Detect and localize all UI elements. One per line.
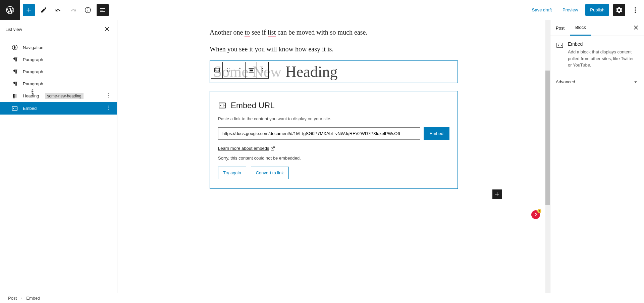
embed-icon bbox=[556, 41, 564, 69]
top-toolbar: Save draft Preview Publish bbox=[0, 0, 644, 20]
list-view-title: List view bbox=[5, 27, 22, 32]
list-view-toggle[interactable] bbox=[97, 4, 109, 16]
embed-url-input[interactable] bbox=[218, 127, 420, 140]
pencil-icon bbox=[40, 6, 47, 14]
embed-icon bbox=[218, 101, 227, 110]
list-item-heading[interactable]: Heading some-new-heading bbox=[0, 90, 117, 102]
heading-anchor-tag: some-new-heading bbox=[45, 93, 83, 99]
breadcrumb: Post › Embed bbox=[0, 293, 644, 303]
paragraph-icon bbox=[11, 68, 18, 75]
spellcheck-underline: to bbox=[245, 29, 250, 37]
block-info: Embed Add a block that displays content … bbox=[556, 41, 639, 69]
list-item-embed[interactable]: Embed bbox=[0, 102, 117, 115]
heading-text[interactable]: Some New Heading bbox=[213, 63, 454, 81]
heading-block[interactable]: Some New Heading bbox=[210, 60, 458, 83]
breadcrumb-separator: › bbox=[21, 296, 22, 301]
more-vertical-icon bbox=[106, 105, 112, 111]
svg-point-7 bbox=[108, 93, 109, 94]
list-item-label: Paragraph bbox=[23, 57, 43, 62]
list-view-items: Navigation Paragraph Paragraph Paragraph… bbox=[0, 39, 117, 117]
embed-description: Paste a link to the content you want to … bbox=[218, 116, 449, 121]
block-description: Add a block that displays content pulled… bbox=[568, 49, 639, 69]
svg-point-3 bbox=[635, 7, 636, 8]
info-icon bbox=[84, 6, 92, 14]
more-vertical-icon bbox=[106, 92, 112, 98]
paragraph-block[interactable]: When you see it you will know how easy i… bbox=[210, 44, 458, 54]
paragraph-block[interactable]: Another one to see if list can be moved … bbox=[210, 27, 458, 38]
try-again-button[interactable]: Try again bbox=[218, 167, 246, 179]
svg-point-11 bbox=[108, 106, 109, 106]
svg-rect-10 bbox=[12, 106, 17, 111]
edit-button[interactable] bbox=[38, 4, 50, 16]
embed-error-text: Sorry, this content could not be embedde… bbox=[218, 156, 449, 161]
spellcheck-underline: list bbox=[268, 29, 276, 37]
heading-icon bbox=[11, 93, 18, 99]
notification-badge[interactable]: 2 + bbox=[531, 210, 540, 219]
undo-button[interactable] bbox=[52, 4, 64, 16]
svg-rect-24 bbox=[219, 103, 226, 108]
badge-plus-icon: + bbox=[537, 209, 541, 213]
list-item-more-button[interactable] bbox=[106, 92, 112, 99]
paragraph-icon bbox=[11, 80, 18, 87]
navigation-icon bbox=[11, 44, 18, 51]
embed-learn-more-link[interactable]: Learn more about embeds bbox=[218, 146, 275, 151]
list-item-more-button[interactable] bbox=[106, 105, 112, 112]
embed-block[interactable]: Embed URL Paste a link to the content yo… bbox=[210, 91, 458, 189]
list-item-paragraph[interactable]: Paragraph bbox=[0, 78, 117, 90]
advanced-label: Advanced bbox=[556, 79, 575, 84]
list-item-label: Embed bbox=[23, 106, 37, 111]
embed-icon bbox=[11, 105, 18, 112]
list-item-paragraph[interactable]: Paragraph bbox=[0, 66, 117, 78]
settings-close-button[interactable] bbox=[628, 20, 644, 36]
paragraph-icon bbox=[11, 56, 18, 63]
list-view-close-button[interactable] bbox=[102, 24, 112, 35]
embed-submit-button[interactable]: Embed bbox=[424, 127, 449, 140]
svg-point-2 bbox=[88, 8, 88, 9]
publish-button[interactable]: Publish bbox=[585, 4, 609, 16]
block-name: Embed bbox=[568, 41, 639, 47]
list-item-navigation[interactable]: Navigation bbox=[0, 41, 117, 53]
embed-title: Embed URL bbox=[231, 101, 275, 110]
settings-toggle[interactable] bbox=[613, 4, 625, 16]
wordpress-icon bbox=[5, 5, 15, 15]
redo-icon bbox=[69, 6, 77, 14]
breadcrumb-current[interactable]: Embed bbox=[26, 296, 40, 301]
list-item-label: Navigation bbox=[23, 45, 43, 50]
svg-point-4 bbox=[635, 9, 636, 11]
undo-icon bbox=[55, 6, 62, 14]
wordpress-logo[interactable] bbox=[0, 0, 20, 20]
info-button[interactable] bbox=[82, 4, 94, 16]
scrollbar-thumb[interactable] bbox=[545, 71, 550, 205]
external-link-icon bbox=[270, 146, 275, 151]
svg-point-12 bbox=[108, 107, 109, 108]
list-view-icon bbox=[99, 6, 106, 14]
settings-tabs: Post Block bbox=[550, 20, 644, 36]
convert-to-link-button[interactable]: Convert to link bbox=[251, 167, 289, 179]
gear-icon bbox=[615, 6, 623, 14]
plus-icon bbox=[494, 191, 500, 198]
redo-button[interactable] bbox=[67, 4, 79, 16]
list-item-label: Paragraph bbox=[23, 69, 43, 74]
inline-add-block-button[interactable] bbox=[492, 189, 502, 199]
list-item-label: Heading bbox=[23, 93, 39, 98]
svg-point-13 bbox=[108, 109, 109, 110]
list-item-paragraph[interactable]: Paragraph bbox=[0, 53, 117, 66]
more-options-button[interactable] bbox=[629, 4, 641, 16]
plus-icon bbox=[25, 6, 33, 14]
tab-post[interactable]: Post bbox=[550, 20, 570, 36]
svg-point-5 bbox=[635, 11, 636, 13]
chevron-down-icon bbox=[633, 79, 639, 85]
scrollbar[interactable] bbox=[545, 20, 550, 293]
svg-point-9 bbox=[108, 97, 109, 97]
save-draft-button[interactable]: Save draft bbox=[529, 5, 555, 14]
list-item-label: Paragraph bbox=[23, 81, 43, 86]
tab-block[interactable]: Block bbox=[570, 20, 591, 36]
more-vertical-icon bbox=[632, 6, 639, 14]
svg-point-8 bbox=[108, 95, 109, 96]
advanced-section[interactable]: Advanced bbox=[556, 74, 639, 85]
breadcrumb-root[interactable]: Post bbox=[8, 296, 17, 301]
preview-button[interactable]: Preview bbox=[559, 5, 581, 14]
settings-sidebar: Post Block Embed Add a block that displa… bbox=[550, 20, 644, 293]
svg-rect-25 bbox=[557, 43, 563, 48]
add-block-button[interactable] bbox=[23, 4, 35, 16]
